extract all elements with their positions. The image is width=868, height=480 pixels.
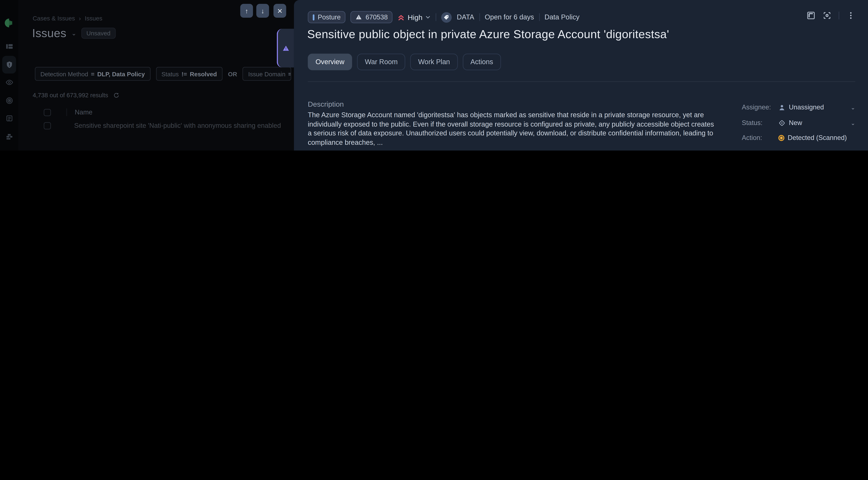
breadcrumb-current[interactable]: Issues [85,15,102,22]
sidebar-item-issues[interactable] [0,58,18,72]
layout-panel-icon[interactable] [807,11,815,20]
table-row[interactable]: Data flowing from Azure Storage Account … [44,140,294,150]
posture-label: Posture [318,13,341,21]
arrow-down-icon: ↓ [261,7,265,15]
filter-field: Status [161,71,179,77]
scan-focus-icon[interactable] [823,11,832,20]
page-title: Issues [32,27,66,40]
app-root: Cases & Issues › Issues Issues ⌄ Unsaved… [0,0,868,150]
issue-id-badge: 670538 [351,11,393,23]
filter-value: DLP, Data Policy [97,71,145,77]
kebab-menu-icon[interactable] [846,11,855,20]
divider [436,13,436,21]
created-label: Created: [742,149,778,150]
severity-dropdown[interactable]: High [398,13,431,21]
filter-chip-status[interactable]: Status != Resolved [156,67,222,81]
chevron-down-icon [425,14,431,20]
action-value: Detected (Scanned) [788,134,847,142]
sidebar-item-network[interactable] [0,147,18,150]
status-new-icon [778,119,785,126]
next-issue-button[interactable]: ↓ [256,4,269,18]
created-value: Jan 15th 2026 17:38:30 [778,149,848,150]
tab-overview[interactable]: Overview [308,54,352,70]
description-text: The Azure Storage Account named 'digorit… [308,111,715,147]
created-row: Created: Jan 15th 2026 17:38:30 [742,149,855,150]
page-title-row: Issues ⌄ Unsaved [32,27,116,40]
breadcrumb: Cases & Issues › Issues [33,15,102,22]
results-summary: 4,738 out of 673,992 results [33,92,108,98]
assignee-row[interactable]: Assignee: Unassigned ⌄ [742,103,855,111]
action-label: Action: [742,134,778,142]
status-value: New [789,119,802,127]
chevron-down-icon: ⌄ [850,119,855,126]
prev-issue-button[interactable]: ↑ [240,4,253,18]
sidebar-item-visibility[interactable] [0,75,18,90]
refresh-icon[interactable] [113,92,119,98]
action-row: Action: Detected (Scanned) [742,134,855,142]
panel-tabs: Overview War Room Work Plan Actions [308,54,501,70]
status-row[interactable]: Status: New ⌄ [742,119,855,127]
posture-bar-icon [313,14,315,20]
sidebar-item-dashboard[interactable] [0,39,18,54]
tag-icon[interactable] [441,12,452,23]
posture-badge: Posture [308,11,346,23]
divider [308,81,855,82]
filter-value: Resolved [190,71,217,77]
tab-war-room[interactable]: War Room [357,54,405,70]
open-duration: Open for 6 days [485,13,534,21]
divider [479,13,479,21]
row-checkbox[interactable] [44,122,51,129]
category-label: DATA [457,13,474,21]
panel-header: Posture 670538 High DATA Open for 6 days… [308,11,580,23]
table-row[interactable]: Sensitive sharepoint site 'Nati-public' … [44,111,294,140]
divider [539,13,539,21]
warning-triangle-icon [282,44,289,52]
filter-bar: Detection Method = DLP, Data Policy Stat… [35,67,291,81]
issue-id: 670538 [366,13,388,21]
alerts-side-tab[interactable] [277,29,294,67]
assignee-value: Unassigned [789,103,824,111]
results-summary-row: 4,738 out of 673,992 results [33,92,119,98]
filter-operator: = [288,71,291,77]
arrow-up-icon: ↑ [245,7,248,15]
close-icon: ✕ [277,7,283,15]
divider [839,12,839,20]
detected-status-icon [778,135,784,141]
brand-logo-icon[interactable] [0,15,18,30]
filter-joiner: OR [228,71,237,77]
filter-chip-detection-method[interactable]: Detection Method = DLP, Data Policy [35,67,150,81]
sidebar-item-assets[interactable] [0,129,18,144]
chevron-down-icon: ⌄ [850,104,855,110]
issue-detail-panel: Posture 670538 High DATA Open for 6 days… [294,0,868,150]
tab-work-plan[interactable]: Work Plan [410,54,458,70]
filter-field: Detection Method [40,71,88,77]
warning-triangle-icon [355,14,362,21]
issue-name: Sensitive sharepoint site 'Nati-public' … [74,122,281,130]
severity-high-icon [398,13,405,21]
status-label: Status: [742,119,778,127]
filter-operator: != [181,71,187,77]
issue-title: Sensitive public object in private Azure… [307,28,669,41]
severity-label: High [408,13,422,21]
tab-actions[interactable]: Actions [463,54,501,70]
description-label: Description [308,100,344,108]
policy-name: Data Policy [545,13,580,21]
sidebar-item-radar[interactable] [0,94,18,108]
assignee-label: Assignee: [742,103,778,111]
shield-alert-icon [5,61,13,69]
title-caret-icon[interactable]: ⌄ [71,30,76,37]
breadcrumb-parent[interactable]: Cases & Issues [33,15,75,22]
breadcrumb-separator: › [79,15,81,22]
close-panel-button[interactable]: ✕ [273,4,286,18]
filter-operator: = [91,71,95,77]
panel-toolbar [807,11,855,20]
unsaved-badge: Unsaved [82,28,116,39]
app-sidebar [0,0,18,150]
sidebar-item-reports[interactable] [0,111,18,126]
filter-field: Issue Domain [248,71,285,77]
issues-list-page: Cases & Issues › Issues Issues ⌄ Unsaved… [0,0,294,150]
person-icon [778,104,785,111]
filter-chip-issue-domain[interactable]: Issue Domain = [243,67,291,81]
